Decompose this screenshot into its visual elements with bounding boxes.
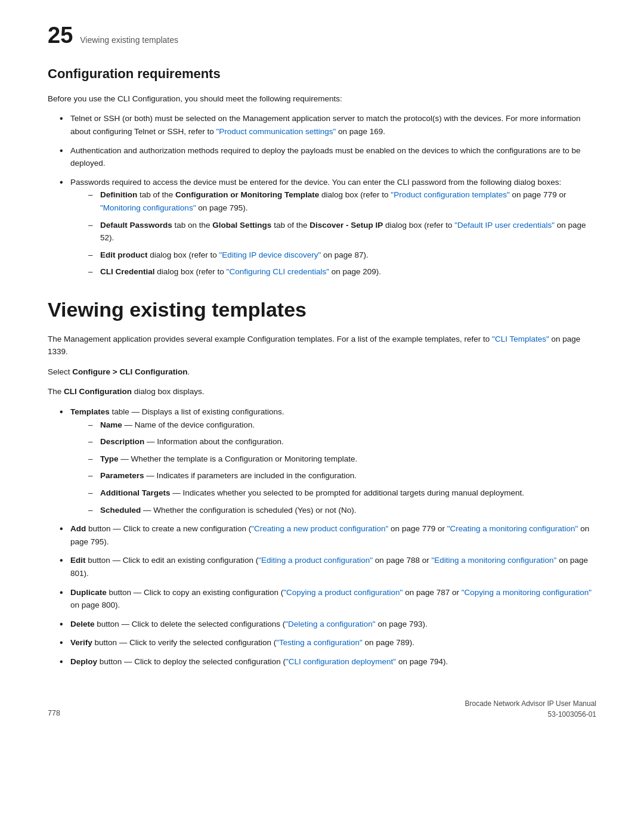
config-requirements-title: Configuration requirements <box>48 64 596 84</box>
viewing-templates-section: Viewing existing templates The Managemen… <box>48 298 596 668</box>
bullet-add: Add button — Click to create a new confi… <box>60 522 596 548</box>
dash-default-text1: tab on the <box>172 221 213 230</box>
dash-cli-credential-text1: dialog box (refer to <box>155 267 227 276</box>
link-cli-templates[interactable]: "CLI Templates" <box>492 335 549 343</box>
page-header: 25 Viewing existing templates <box>48 24 596 47</box>
dash-edit-product-text2: on page 87). <box>321 250 369 259</box>
dash-scheduled-text: — Whether the configuration is scheduled… <box>141 506 356 515</box>
select-bold: Configure > CLI Configuration <box>72 367 187 376</box>
chapter-number: 25 <box>48 24 73 47</box>
footer-page-number: 778 <box>48 708 60 719</box>
link-editing-product-config[interactable]: "Editing a product configuration" <box>258 556 373 565</box>
add-text1: button — Click to create a new configura… <box>86 524 251 533</box>
config-requirements-section: Configuration requirements Before you us… <box>48 64 596 278</box>
config-requirements-bullets: Telnet or SSH (or both) must be selected… <box>60 112 596 278</box>
viewing-templates-title: Viewing existing templates <box>48 298 596 322</box>
footer-manual-title: Brocade Network Advisor IP User Manual <box>465 698 596 709</box>
edit-text2: on page 788 or <box>373 556 431 565</box>
bullet-deploy: Deploy button — Click to deploy the sele… <box>60 655 596 668</box>
link-copying-product-config[interactable]: "Copying a product configuration" <box>283 588 402 597</box>
deploy-bold: Deploy <box>70 657 97 666</box>
dash-scheduled-bold: Scheduled <box>100 506 141 515</box>
viewing-templates-intro: The Management application provides seve… <box>48 333 596 358</box>
bullet-auth: Authentication and authorization methods… <box>60 144 596 170</box>
dash-name-text: — Name of the device configuration. <box>122 420 255 429</box>
dash-type-text: — Whether the template is a Configuratio… <box>119 454 358 463</box>
link-cli-config-deployment[interactable]: "CLI configuration deployment" <box>286 657 396 666</box>
dash-description-bold: Description <box>100 437 144 446</box>
dash-definition-text4: on page 795). <box>196 203 247 212</box>
footer-manual-info: Brocade Network Advisor IP User Manual 5… <box>465 698 596 720</box>
link-testing-config[interactable]: "Testing a configuration" <box>276 638 363 647</box>
bullet-templates-table: Templates table — Displays a list of exi… <box>60 405 596 516</box>
link-deleting-config[interactable]: "Deleting a configuration" <box>285 620 375 628</box>
dash-definition-text1: tab of the <box>137 190 175 199</box>
delete-text1: button — Click to delete the selected co… <box>95 620 286 628</box>
link-editing-monitoring-config[interactable]: "Editing a monitoring configuration" <box>431 556 556 565</box>
bullet-edit: Edit button — Click to edit an existing … <box>60 554 596 580</box>
cli-config-bold: CLI Configuration <box>64 387 132 396</box>
link-product-config-templates[interactable]: "Product configuration templates" <box>391 190 509 199</box>
templates-bold: Templates <box>70 407 110 416</box>
dash-additional-targets-bold: Additional Targets <box>100 488 171 497</box>
page-footer: 778 Brocade Network Advisor IP User Manu… <box>48 692 596 720</box>
dash-cli-credential: CLI Credential dialog box (refer to "Con… <box>88 265 596 278</box>
dash-definition-bold: Definition <box>100 190 137 199</box>
deploy-text1: button — Click to deploy the selected co… <box>97 657 286 666</box>
bullet-duplicate: Duplicate button — Click to copy an exis… <box>60 586 596 612</box>
dash-cli-credential-bold: CLI Credential <box>100 267 155 276</box>
add-text2: on page 779 or <box>388 524 447 533</box>
link-monitoring-configurations[interactable]: "Monitoring configurations" <box>100 203 196 212</box>
delete-bold: Delete <box>70 620 95 628</box>
link-product-comm-settings[interactable]: "Product communication settings" <box>216 127 336 136</box>
dash-parameters: Parameters — Indicates if parameters are… <box>88 469 596 482</box>
dash-description-text: — Information about the configuration. <box>144 437 283 446</box>
dash-cli-credential-text2: on page 209). <box>329 267 381 276</box>
bullet-telnet-ssh: Telnet or SSH (or both) must be selected… <box>60 112 596 138</box>
edit-bold: Edit <box>70 556 86 565</box>
bullet-auth-text: Authentication and authorization methods… <box>70 146 581 168</box>
duplicate-bold: Duplicate <box>70 588 107 597</box>
dash-name-bold: Name <box>100 420 122 429</box>
link-editing-ip-discovery[interactable]: "Editing IP device discovery" <box>219 250 321 259</box>
dash-default-text2: tab of the <box>271 221 309 230</box>
dash-edit-product-bold: Edit product <box>100 250 148 259</box>
link-default-ip-credentials[interactable]: "Default IP user credentials" <box>454 221 555 230</box>
dash-additional-targets: Additional Targets — Indicates whether y… <box>88 487 596 500</box>
dash-default-passwords: Default Passwords tab on the Global Sett… <box>88 219 596 244</box>
password-dash-list: Definition tab of the Configuration or M… <box>88 188 596 278</box>
templates-text: table — Displays a list of existing conf… <box>110 407 284 416</box>
dash-default-passwords-bold: Default Passwords <box>100 221 172 230</box>
verify-text1: button — Click to verify the selected co… <box>92 638 276 647</box>
dash-type: Type — Whether the template is a Configu… <box>88 453 596 466</box>
dash-default-text3: dialog box (refer to <box>383 221 454 230</box>
link-creating-monitoring-config[interactable]: "Creating a monitoring configuration" <box>447 524 578 533</box>
dash-parameters-bold: Parameters <box>100 471 144 480</box>
link-creating-new-product-config[interactable]: "Creating a new product configuration" <box>251 524 388 533</box>
dash-definition-text3: on page 779 or <box>510 190 566 199</box>
dialog-text: The CLI Configuration dialog box display… <box>48 385 596 398</box>
link-configuring-cli-credentials[interactable]: "Configuring CLI credentials" <box>227 267 329 276</box>
dash-name: Name — Name of the device configuration. <box>88 419 596 432</box>
dash-definition-bold2: Configuration or Monitoring Template <box>175 190 319 199</box>
link-copying-monitoring-config[interactable]: "Copying a monitoring configuration" <box>462 588 592 597</box>
verify-bold: Verify <box>70 638 92 647</box>
dash-edit-product: Edit product dialog box (refer to "Editi… <box>88 249 596 262</box>
bullet-passwords-text: Passwords required to access the device … <box>70 178 561 187</box>
viewing-intro-before: The Management application provides seve… <box>48 335 492 343</box>
dash-scheduled: Scheduled — Whether the configuration is… <box>88 504 596 517</box>
duplicate-text3: on page 800). <box>70 600 120 609</box>
config-requirements-intro: Before you use the CLI Configuration, yo… <box>48 92 596 106</box>
edit-text1: button — Click to edit an existing confi… <box>86 556 259 565</box>
dash-parameters-text: — Indicates if parameters are included i… <box>144 471 357 480</box>
dash-definition: Definition tab of the Configuration or M… <box>88 188 596 214</box>
select-instruction: Select Configure > CLI Configuration. <box>48 366 596 379</box>
dash-type-bold: Type <box>100 454 119 463</box>
chapter-subtitle: Viewing existing templates <box>80 34 178 47</box>
templates-dash-list: Name — Name of the device configuration.… <box>88 419 596 517</box>
duplicate-text1: button — Click to copy an existing confi… <box>107 588 283 597</box>
delete-text2: on page 793). <box>376 620 428 628</box>
dash-edit-product-text1: dialog box (refer to <box>148 250 219 259</box>
dash-global-settings-bold: Global Settings <box>212 221 271 230</box>
bullet-delete: Delete button — Click to delete the sele… <box>60 618 596 631</box>
